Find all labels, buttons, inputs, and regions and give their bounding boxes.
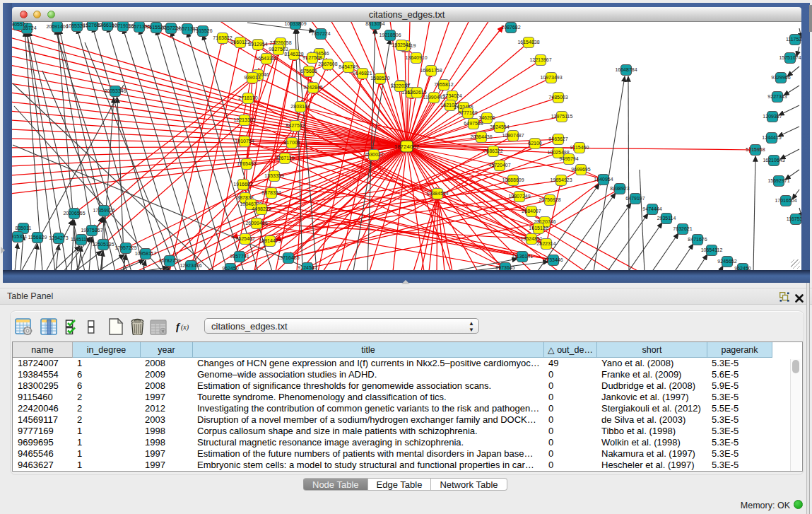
svg-text:8878334: 8878334: [261, 190, 281, 195]
svg-text:15751074: 15751074: [779, 55, 801, 60]
svg-text:11990443: 11990443: [423, 95, 445, 100]
svg-text:10654112: 10654112: [701, 247, 723, 252]
svg-text:9827503: 9827503: [269, 47, 288, 52]
svg-text:1010754: 1010754: [235, 139, 254, 144]
svg-text:16210643: 16210643: [763, 158, 784, 163]
svg-text:7632621: 7632621: [673, 226, 692, 231]
svg-text:1117533: 1117533: [786, 37, 801, 42]
svg-text:9777169: 9777169: [458, 110, 477, 115]
svg-text:2718170: 2718170: [238, 95, 257, 100]
svg-text:45720407: 45720407: [488, 163, 510, 168]
svg-text:8146328: 8146328: [284, 52, 303, 57]
svg-text:20206565: 20206565: [63, 211, 85, 216]
svg-text:(x): (x): [181, 323, 189, 332]
svg-text:19384554: 19384554: [426, 191, 448, 196]
svg-text:7163822: 7163822: [213, 35, 232, 40]
svg-text:8973645: 8973645: [495, 265, 514, 270]
svg-text:20053346: 20053346: [104, 88, 126, 93]
svg-text:1640954: 1640954: [594, 177, 613, 182]
svg-text:16543382: 16543382: [255, 56, 277, 61]
svg-text:5215958: 5215958: [746, 147, 765, 152]
svg-text:17359926: 17359926: [93, 208, 114, 213]
svg-text:10807487: 10807487: [502, 133, 524, 138]
svg-text:16961758: 16961758: [420, 68, 442, 73]
svg-text:18807249: 18807249: [508, 194, 530, 199]
svg-text:7485003: 7485003: [548, 95, 567, 100]
svg-text:17957225: 17957225: [114, 245, 136, 250]
svg-text:2935114: 2935114: [657, 216, 676, 221]
svg-text:2087682: 2087682: [501, 25, 520, 30]
svg-text:9463627: 9463627: [548, 136, 567, 141]
svg-text:19524851: 19524851: [520, 236, 542, 241]
svg-text:746266: 746266: [478, 115, 495, 120]
svg-text:15692971: 15692971: [767, 178, 789, 183]
svg-text:9127508: 9127508: [302, 55, 322, 60]
svg-text:9699695: 9699695: [571, 167, 590, 172]
svg-text:9227343: 9227343: [767, 94, 787, 99]
svg-text:9660123: 9660123: [230, 40, 249, 45]
svg-text:8454749: 8454749: [339, 64, 358, 69]
svg-text:9734024: 9734024: [442, 93, 461, 98]
svg-text:1765493: 1765493: [237, 161, 256, 166]
svg-text:62100: 62100: [528, 141, 542, 146]
svg-text:18724007: 18724007: [394, 144, 420, 150]
svg-text:1209387: 1209387: [763, 114, 782, 119]
svg-text:1733446: 1733446: [543, 257, 563, 262]
svg-text:7886322: 7886322: [483, 148, 502, 153]
svg-text:16154838: 16154838: [517, 40, 539, 45]
svg-text:20691406: 20691406: [46, 24, 68, 29]
svg-text:2522314: 2522314: [536, 241, 555, 246]
svg-text:12505135: 12505135: [92, 242, 114, 247]
svg-text:1332541: 1332541: [392, 42, 411, 47]
svg-text:2803144: 2803144: [290, 104, 310, 109]
svg-text:3824554: 3824554: [490, 124, 509, 129]
svg-text:16648784: 16648784: [615, 67, 637, 72]
svg-text:2530027: 2530027: [364, 152, 383, 157]
svg-text:2684007: 2684007: [522, 209, 541, 214]
svg-text:9495794: 9495794: [559, 156, 578, 161]
svg-text:13716485: 13716485: [277, 255, 299, 260]
svg-text:9474444: 9474444: [642, 206, 661, 211]
svg-text:835011: 835011: [16, 226, 32, 230]
svg-text:9857791: 9857791: [230, 254, 249, 259]
svg-text:8471676: 8471676: [688, 237, 707, 242]
svg-text:12213967: 12213967: [529, 57, 551, 62]
svg-text:10973493: 10973493: [540, 75, 562, 80]
svg-text:7955812: 7955812: [434, 82, 453, 87]
svg-text:1588520: 1588520: [370, 76, 389, 81]
svg-text:16782759: 16782759: [158, 258, 180, 263]
svg-text:1167533: 1167533: [787, 216, 801, 221]
svg-text:1244415: 1244415: [762, 135, 781, 140]
svg-text:417006: 417006: [283, 140, 300, 145]
svg-text:1905572: 1905572: [12, 22, 28, 27]
svg-text:1294273: 1294273: [49, 235, 68, 240]
svg-text:20364436: 20364436: [470, 134, 492, 139]
svg-text:10958117: 10958117: [135, 251, 157, 256]
svg-text:4498222: 4498222: [252, 206, 271, 211]
svg-text:8427512: 8427512: [286, 123, 305, 128]
svg-text:26099486: 26099486: [245, 221, 267, 226]
svg-text:9146821: 9146821: [353, 71, 372, 76]
svg-text:12213383: 12213383: [233, 117, 255, 122]
svg-text:9124542: 9124542: [298, 265, 317, 270]
svg-text:19975867: 19975867: [81, 228, 102, 233]
svg-text:1353359: 1353359: [264, 173, 283, 178]
svg-text:9115460: 9115460: [570, 145, 589, 150]
svg-text:12923446: 12923446: [180, 263, 201, 268]
svg-text:7857224: 7857224: [311, 31, 330, 36]
svg-text:3267110: 3267110: [276, 156, 295, 160]
svg-text:962450: 962450: [734, 266, 751, 270]
svg-text:10688609: 10688609: [502, 177, 524, 182]
svg-text:9242845: 9242845: [303, 85, 322, 90]
svg-text:7515526: 7515526: [193, 28, 212, 33]
svg-text:1156829: 1156829: [28, 235, 47, 240]
svg-text:8912954: 8912954: [248, 42, 267, 47]
svg-text:19218506: 19218506: [379, 33, 401, 37]
svg-text:1362615: 1362615: [407, 90, 426, 95]
svg-text:13640910: 13640910: [405, 55, 427, 60]
svg-text:10033809: 10033809: [284, 22, 306, 26]
svg-text:12975115: 12975115: [551, 114, 573, 119]
svg-text:7625402: 7625402: [235, 236, 254, 241]
svg-text:8813054: 8813054: [365, 22, 384, 26]
svg-text:3915311: 3915311: [12, 234, 27, 239]
